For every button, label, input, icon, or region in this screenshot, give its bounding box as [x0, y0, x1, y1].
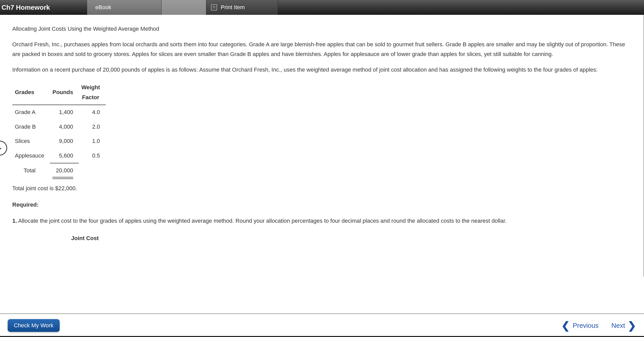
cell-pounds: 5,600 [50, 149, 79, 163]
table-row: Applesauce 5,600 0.5 [12, 149, 106, 163]
print-item-button[interactable]: Print Item [206, 0, 278, 15]
paragraph-1: Orchard Fresh, Inc., purchases apples fr… [12, 40, 633, 59]
print-item-label: Print Item [221, 4, 245, 11]
cell-pounds: 9,000 [50, 134, 79, 149]
cell-factor: 4.0 [79, 105, 106, 120]
top-bar: Ch7 Homework eBook Print Item [0, 0, 644, 15]
chevron-right-icon: ▸ [0, 144, 2, 152]
ebook-label: eBook [95, 4, 111, 11]
problem-heading: Allocating Joint Costs Using the Weighte… [12, 24, 633, 34]
cell-pounds: 1,400 [50, 105, 79, 120]
cell-factor: 0.5 [79, 149, 106, 163]
cell-total-pounds: 20,000 [50, 163, 79, 178]
cell-factor: 2.0 [79, 120, 106, 134]
cell-grade: Grade A [12, 105, 50, 120]
table-row: Slices 9,000 1.0 [12, 134, 106, 149]
total-joint-cost: Total joint cost is $22,000. [12, 184, 633, 194]
cell-grade: Slices [12, 134, 50, 149]
question-1-number: 1. [12, 218, 17, 224]
cell-grade: Applesauce [12, 149, 50, 163]
ebook-button[interactable]: eBook [87, 0, 162, 15]
content-area: Allocating Joint Costs Using the Weighte… [0, 15, 644, 277]
table-total-row: Total 20,000 [12, 163, 106, 178]
print-icon [211, 4, 217, 10]
col-pounds: Pounds [50, 80, 79, 105]
table-row: Grade B 4,000 2.0 [12, 120, 106, 134]
joint-cost-subhead: Joint Cost [12, 233, 633, 243]
grades-table: Grades Pounds WeightFactor Grade A 1,400… [12, 80, 106, 178]
question-1: 1. Allocate the joint cost to the four g… [12, 216, 633, 226]
paragraph-2: Information on a recent purchase of 20,0… [12, 65, 633, 75]
required-label: Required: [12, 200, 633, 210]
cell-total-label: Total [12, 163, 50, 178]
cell-factor: 1.0 [79, 134, 106, 149]
cell-pounds: 4,000 [50, 120, 79, 134]
col-weight-factor: WeightFactor [79, 80, 106, 105]
page-title: Ch7 Homework [0, 4, 50, 12]
blank-tab-button[interactable] [162, 0, 206, 15]
cell-empty [79, 163, 106, 178]
question-1-text: Allocate the joint cost to the four grad… [17, 218, 507, 224]
table-row: Grade A 1,400 4.0 [12, 105, 106, 120]
col-grades: Grades [12, 80, 50, 105]
cell-grade: Grade B [12, 120, 50, 134]
